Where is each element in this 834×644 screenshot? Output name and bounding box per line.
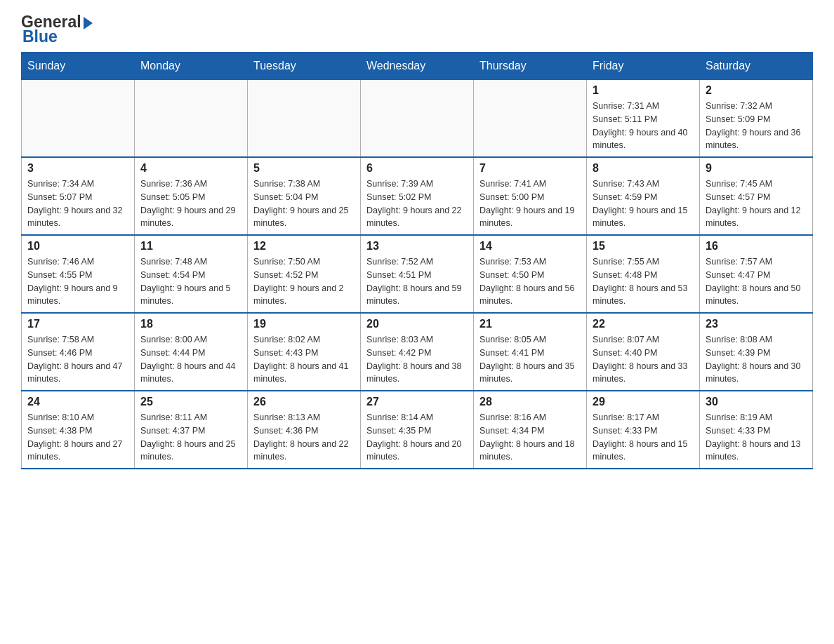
calendar-cell: 8Sunrise: 7:43 AMSunset: 4:59 PMDaylight…: [587, 157, 700, 235]
calendar-cell: [361, 80, 474, 158]
day-number: 6: [366, 162, 468, 175]
calendar-cell: 26Sunrise: 8:13 AMSunset: 4:36 PMDayligh…: [248, 391, 361, 469]
day-info: Sunrise: 7:53 AMSunset: 4:50 PMDaylight:…: [479, 255, 581, 308]
day-number: 21: [479, 318, 581, 330]
day-info: Sunrise: 7:58 AMSunset: 4:46 PMDaylight:…: [27, 333, 128, 386]
calendar-cell: 2Sunrise: 7:32 AMSunset: 5:09 PMDaylight…: [700, 80, 813, 158]
day-number: 27: [366, 396, 468, 408]
day-info: Sunrise: 8:13 AMSunset: 4:36 PMDaylight:…: [253, 411, 355, 464]
calendar-cell: [474, 80, 587, 158]
day-number: 14: [479, 240, 581, 253]
day-number: 5: [253, 162, 355, 175]
logo: General Blue: [21, 14, 93, 45]
day-info: Sunrise: 7:55 AMSunset: 4:48 PMDaylight:…: [593, 255, 694, 308]
calendar-week-row: 24Sunrise: 8:10 AMSunset: 4:38 PMDayligh…: [22, 391, 813, 469]
day-info: Sunrise: 8:08 AMSunset: 4:39 PMDaylight:…: [706, 333, 807, 386]
logo-blue-text: Blue: [21, 29, 93, 45]
calendar-cell: 18Sunrise: 8:00 AMSunset: 4:44 PMDayligh…: [135, 313, 248, 391]
calendar-cell: 25Sunrise: 8:11 AMSunset: 4:37 PMDayligh…: [135, 391, 248, 469]
calendar-cell: 4Sunrise: 7:36 AMSunset: 5:05 PMDaylight…: [135, 157, 248, 235]
day-number: 29: [593, 396, 694, 408]
day-number: 25: [140, 396, 241, 408]
day-info: Sunrise: 7:57 AMSunset: 4:47 PMDaylight:…: [706, 255, 807, 308]
weekday-header-wednesday: Wednesday: [361, 53, 474, 80]
day-number: 30: [706, 396, 807, 408]
day-number: 24: [27, 396, 128, 408]
calendar-cell: 16Sunrise: 7:57 AMSunset: 4:47 PMDayligh…: [700, 235, 813, 313]
calendar-cell: 17Sunrise: 7:58 AMSunset: 4:46 PMDayligh…: [22, 313, 135, 391]
day-info: Sunrise: 8:03 AMSunset: 4:42 PMDaylight:…: [366, 333, 468, 386]
day-number: 22: [593, 318, 694, 330]
page-header: General Blue: [21, 14, 813, 45]
day-info: Sunrise: 7:45 AMSunset: 4:57 PMDaylight:…: [706, 177, 807, 230]
day-info: Sunrise: 7:41 AMSunset: 5:00 PMDaylight:…: [479, 177, 581, 230]
calendar-week-row: 3Sunrise: 7:34 AMSunset: 5:07 PMDaylight…: [22, 157, 813, 235]
calendar-header: SundayMondayTuesdayWednesdayThursdayFrid…: [22, 53, 813, 80]
day-number: 16: [706, 240, 807, 253]
calendar-cell: 12Sunrise: 7:50 AMSunset: 4:52 PMDayligh…: [248, 235, 361, 313]
day-info: Sunrise: 8:10 AMSunset: 4:38 PMDaylight:…: [27, 411, 128, 464]
calendar-cell: 1Sunrise: 7:31 AMSunset: 5:11 PMDaylight…: [587, 80, 700, 158]
day-info: Sunrise: 8:00 AMSunset: 4:44 PMDaylight:…: [140, 333, 241, 386]
calendar-cell: 30Sunrise: 8:19 AMSunset: 4:33 PMDayligh…: [700, 391, 813, 469]
day-info: Sunrise: 8:07 AMSunset: 4:40 PMDaylight:…: [593, 333, 694, 386]
calendar-cell: 7Sunrise: 7:41 AMSunset: 5:00 PMDaylight…: [474, 157, 587, 235]
day-number: 17: [27, 318, 128, 330]
calendar-cell: 10Sunrise: 7:46 AMSunset: 4:55 PMDayligh…: [22, 235, 135, 313]
calendar-cell: 21Sunrise: 8:05 AMSunset: 4:41 PMDayligh…: [474, 313, 587, 391]
day-info: Sunrise: 7:32 AMSunset: 5:09 PMDaylight:…: [706, 100, 807, 152]
day-info: Sunrise: 8:16 AMSunset: 4:34 PMDaylight:…: [479, 411, 581, 464]
calendar-cell: 29Sunrise: 8:17 AMSunset: 4:33 PMDayligh…: [587, 391, 700, 469]
calendar-cell: 13Sunrise: 7:52 AMSunset: 4:51 PMDayligh…: [361, 235, 474, 313]
calendar-cell: [22, 80, 135, 158]
day-info: Sunrise: 7:43 AMSunset: 4:59 PMDaylight:…: [593, 177, 694, 230]
day-info: Sunrise: 8:17 AMSunset: 4:33 PMDaylight:…: [593, 411, 694, 464]
day-number: 13: [366, 240, 468, 253]
calendar-cell: 6Sunrise: 7:39 AMSunset: 5:02 PMDaylight…: [361, 157, 474, 235]
calendar-cell: [248, 80, 361, 158]
calendar-week-row: 1Sunrise: 7:31 AMSunset: 5:11 PMDaylight…: [22, 80, 813, 158]
day-number: 18: [140, 318, 241, 330]
day-number: 19: [253, 318, 355, 330]
calendar-week-row: 17Sunrise: 7:58 AMSunset: 4:46 PMDayligh…: [22, 313, 813, 391]
calendar-cell: 11Sunrise: 7:48 AMSunset: 4:54 PMDayligh…: [135, 235, 248, 313]
calendar-cell: 19Sunrise: 8:02 AMSunset: 4:43 PMDayligh…: [248, 313, 361, 391]
day-number: 12: [253, 240, 355, 253]
day-number: 20: [366, 318, 468, 330]
calendar-cell: 14Sunrise: 7:53 AMSunset: 4:50 PMDayligh…: [474, 235, 587, 313]
day-number: 7: [479, 162, 581, 175]
calendar-cell: 20Sunrise: 8:03 AMSunset: 4:42 PMDayligh…: [361, 313, 474, 391]
day-number: 4: [140, 162, 241, 175]
day-info: Sunrise: 8:19 AMSunset: 4:33 PMDaylight:…: [706, 411, 807, 464]
calendar-cell: 23Sunrise: 8:08 AMSunset: 4:39 PMDayligh…: [700, 313, 813, 391]
day-info: Sunrise: 7:48 AMSunset: 4:54 PMDaylight:…: [140, 255, 241, 308]
day-number: 26: [253, 396, 355, 408]
calendar-cell: 9Sunrise: 7:45 AMSunset: 4:57 PMDaylight…: [700, 157, 813, 235]
day-number: 15: [593, 240, 694, 253]
calendar-cell: 3Sunrise: 7:34 AMSunset: 5:07 PMDaylight…: [22, 157, 135, 235]
day-number: 1: [593, 84, 694, 97]
calendar-cell: 27Sunrise: 8:14 AMSunset: 4:35 PMDayligh…: [361, 391, 474, 469]
day-info: Sunrise: 8:02 AMSunset: 4:43 PMDaylight:…: [253, 333, 355, 386]
calendar-cell: 22Sunrise: 8:07 AMSunset: 4:40 PMDayligh…: [587, 313, 700, 391]
calendar-table: SundayMondayTuesdayWednesdayThursdayFrid…: [21, 52, 813, 469]
day-number: 3: [27, 162, 128, 175]
calendar-cell: 15Sunrise: 7:55 AMSunset: 4:48 PMDayligh…: [587, 235, 700, 313]
weekday-header-saturday: Saturday: [700, 53, 813, 80]
day-number: 11: [140, 240, 241, 253]
calendar-cell: 5Sunrise: 7:38 AMSunset: 5:04 PMDaylight…: [248, 157, 361, 235]
calendar-cell: 24Sunrise: 8:10 AMSunset: 4:38 PMDayligh…: [22, 391, 135, 469]
weekday-header-row: SundayMondayTuesdayWednesdayThursdayFrid…: [22, 53, 813, 80]
calendar-cell: 28Sunrise: 8:16 AMSunset: 4:34 PMDayligh…: [474, 391, 587, 469]
day-info: Sunrise: 7:50 AMSunset: 4:52 PMDaylight:…: [253, 255, 355, 308]
day-number: 28: [479, 396, 581, 408]
day-number: 2: [706, 84, 807, 97]
day-number: 8: [593, 162, 694, 175]
day-info: Sunrise: 7:46 AMSunset: 4:55 PMDaylight:…: [27, 255, 128, 308]
day-number: 23: [706, 318, 807, 330]
day-info: Sunrise: 7:36 AMSunset: 5:05 PMDaylight:…: [140, 177, 241, 230]
day-info: Sunrise: 7:31 AMSunset: 5:11 PMDaylight:…: [593, 100, 694, 152]
day-info: Sunrise: 7:34 AMSunset: 5:07 PMDaylight:…: [27, 177, 128, 230]
calendar-body: 1Sunrise: 7:31 AMSunset: 5:11 PMDaylight…: [22, 80, 813, 469]
weekday-header-monday: Monday: [135, 53, 248, 80]
